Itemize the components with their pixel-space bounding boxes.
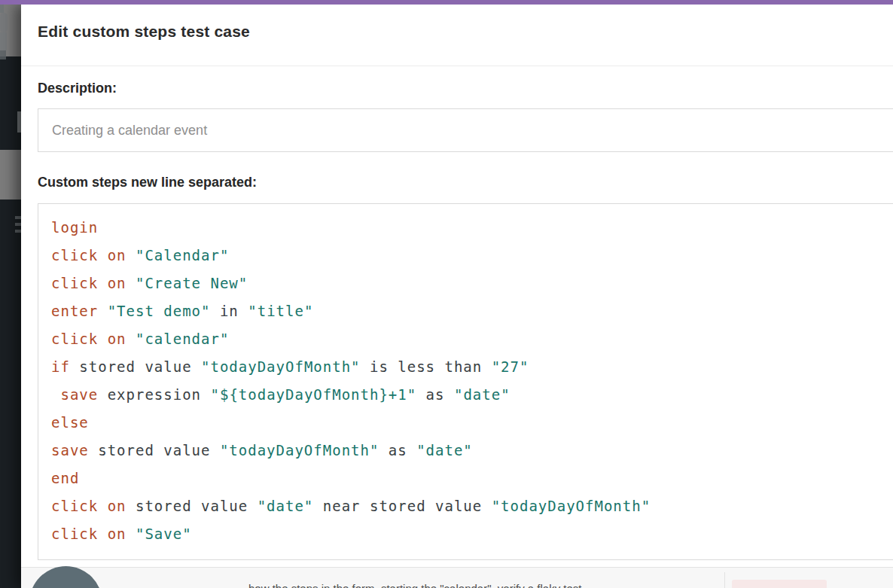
code-token: "Create New": [136, 275, 248, 291]
sidebar-icon-fragment: [0, 50, 6, 59]
code-line: click on "calendar": [51, 325, 893, 353]
code-token: else: [51, 414, 89, 431]
code-token: "Calendar": [136, 247, 229, 264]
code-line: save expression "${todayDayOfMonth}+1" a…: [51, 381, 893, 409]
code-token: click on: [51, 331, 136, 347]
code-token: "Test demo": [108, 303, 211, 319]
code-token: enter: [51, 303, 108, 319]
code-token: login: [51, 219, 98, 236]
sidebar-icon-fragment: [0, 32, 7, 50]
code-token: is less than: [361, 358, 492, 375]
code-token: "${todayDayOfMonth}+1": [211, 386, 417, 403]
code-line: if stored value "todayDayOfMonth" is les…: [51, 353, 893, 381]
code-token: as: [379, 442, 416, 459]
footer-hint-text: how the steps in the form, starting the …: [248, 582, 582, 588]
code-line: enter "Test demo" in "title": [51, 297, 893, 325]
sidebar-icon-fragment: [0, 13, 8, 32]
code-token: click on: [51, 275, 136, 291]
code-token: "27": [492, 358, 529, 375]
app-background-strip: [0, 0, 21, 588]
footer-divider: [724, 572, 725, 588]
custom-steps-editor[interactable]: loginclick on "Calendar"click on "Create…: [38, 203, 893, 560]
code-token: as: [416, 386, 454, 403]
menu-icon-fragment: [15, 216, 21, 233]
code-token: stored value: [79, 358, 201, 375]
code-token: "calendar": [136, 331, 229, 347]
code-line: click on "Calendar": [51, 242, 893, 270]
code-token: "date": [416, 442, 473, 459]
code-token: expression: [108, 386, 211, 403]
code-token: click on: [51, 526, 136, 542]
code-line: click on stored value "date" near stored…: [51, 492, 893, 520]
description-input[interactable]: [38, 108, 893, 152]
code-token: "Save": [136, 526, 192, 542]
footer-action-button[interactable]: [732, 580, 827, 588]
code-token: stored value: [136, 498, 258, 514]
code-token: if: [51, 358, 79, 375]
code-line: end: [51, 465, 893, 492]
code-token: click on: [51, 247, 136, 264]
modal-title: Edit custom steps test case: [38, 23, 250, 41]
custom-steps-label: Custom steps new line separated:: [38, 175, 257, 190]
code-token: near stored value: [313, 498, 491, 514]
code-token: "date": [258, 498, 314, 514]
title-divider: [21, 66, 893, 66]
edit-test-case-modal: Edit custom steps test case Description:…: [21, 5, 893, 588]
code-line: click on "Create New": [51, 270, 893, 297]
code-token: "todayDayOfMonth": [492, 498, 651, 514]
code-token: "todayDayOfMonth": [201, 358, 360, 375]
code-token: "todayDayOfMonth": [220, 442, 379, 459]
code-line: click on "Save": [51, 520, 893, 548]
code-token: save: [60, 386, 107, 403]
code-line: login: [51, 214, 893, 242]
code-token: click on: [51, 498, 136, 514]
description-label: Description:: [38, 81, 117, 96]
code-line: else: [51, 409, 893, 437]
code-line: save stored value "todayDayOfMonth" as "…: [51, 437, 893, 465]
sidebar-item-fragment: [0, 150, 21, 200]
top-accent-bar: [0, 0, 893, 5]
code-token: end: [51, 470, 79, 486]
code-token: "title": [248, 303, 313, 319]
code-token: stored value: [98, 442, 220, 459]
code-token: "date": [454, 386, 511, 403]
modal-footer: how the steps in the form, starting the …: [21, 567, 893, 588]
code-token: save: [51, 442, 98, 459]
code-token: in: [210, 303, 248, 319]
code-token: [51, 386, 60, 403]
